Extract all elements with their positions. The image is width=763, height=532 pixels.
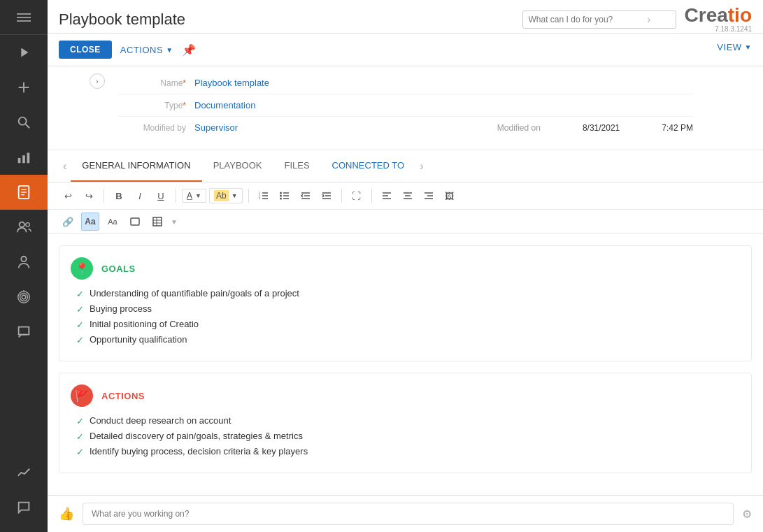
embed-btn[interactable]	[126, 213, 144, 231]
sidebar-item-add[interactable]	[0, 70, 48, 105]
sidebar-item-team[interactable]	[0, 245, 48, 280]
sidebar-item-play[interactable]	[0, 35, 48, 70]
highlight-dropdown[interactable]: Ab ▼	[209, 188, 243, 203]
actions-section-block: 🚩 ACTIONS ✓ Conduct deep research on acc…	[59, 373, 752, 473]
expand-btn[interactable]: ⛶	[348, 187, 366, 205]
modified-by-label: Modified by	[117, 123, 194, 133]
align-right-btn[interactable]	[420, 187, 438, 205]
tab-next-btn[interactable]: ›	[415, 160, 427, 173]
highlight-caret: ▼	[231, 192, 238, 199]
sidebar-item-analytics[interactable]	[0, 455, 48, 490]
actions-button[interactable]: ACTIONS ▼	[120, 45, 173, 55]
actions-icon: 🚩	[71, 384, 93, 407]
main-container: Playbook template › Creatio 7.18.3.1241 …	[48, 0, 763, 532]
view-caret-icon: ▼	[745, 43, 752, 51]
bottom-bar: 👍 ⚙	[48, 495, 763, 532]
link-btn[interactable]: 🔗	[59, 213, 77, 231]
tabs-bar: ‹ GENERAL INFORMATION PLAYBOOK FILES CON…	[48, 150, 763, 182]
svg-point-16	[26, 223, 30, 227]
form-meta: Modified on 8/31/2021 7:42 PM	[497, 123, 693, 133]
svg-rect-49	[131, 218, 139, 225]
actions-label: ACTIONS	[120, 45, 163, 55]
sidebar-item-chat[interactable]	[0, 315, 48, 350]
font-size-btn[interactable]: Aa	[104, 213, 122, 231]
logo-cre: Crea	[685, 4, 728, 26]
goals-item-4: ✓ Opportunity qualification	[71, 334, 740, 345]
tab-playbook[interactable]: PLAYBOOK	[202, 150, 273, 182]
svg-rect-1	[17, 17, 31, 18]
tab-general-information[interactable]: GENERAL INFORMATION	[71, 150, 201, 182]
pin-icon[interactable]: 📌	[182, 43, 196, 57]
goals-item-3: ✓ Initial positioning of Creatio	[71, 319, 740, 330]
font-color-dropdown[interactable]: A ▼	[182, 189, 206, 203]
view-button[interactable]: VIEW ▼	[717, 42, 752, 52]
actions-title: ACTIONS	[101, 391, 145, 401]
goals-item-2: ✓ Buying process	[71, 303, 740, 315]
close-button[interactable]: CLOSE	[59, 41, 112, 59]
sidebar-item-goals[interactable]	[0, 280, 48, 315]
insert-image-btn[interactable]: 🖼	[441, 187, 459, 205]
goals-icon: 📍	[71, 257, 93, 280]
content-area: 📍 GOALS ✓ Understanding of quantifiable …	[48, 234, 763, 495]
unordered-list-btn[interactable]	[276, 187, 294, 205]
redo-btn[interactable]: ↪	[80, 187, 98, 205]
modified-on-label: Modified on	[497, 123, 541, 133]
table-btn[interactable]	[148, 213, 166, 231]
underline-btn[interactable]: U	[152, 187, 170, 205]
logo-atio: tio	[728, 4, 752, 26]
tab-files[interactable]: FILES	[273, 150, 320, 182]
toolbar-sep-2	[176, 189, 176, 203]
sidebar-item-messages[interactable]	[0, 490, 48, 525]
sidebar-item-deals[interactable]	[0, 140, 48, 175]
collapse-sidebar-btn[interactable]: ›	[90, 73, 105, 89]
check-icon-3: ✓	[76, 319, 84, 330]
editor-content[interactable]: 📍 GOALS ✓ Understanding of quantifiable …	[48, 234, 763, 495]
svg-point-15	[20, 222, 24, 227]
search-arrow-icon: ›	[648, 14, 651, 25]
align-left-btn[interactable]	[378, 187, 396, 205]
thumbs-up-btn[interactable]: 👍	[59, 506, 74, 522]
svg-marker-3	[21, 48, 28, 57]
bold-btn[interactable]: B	[110, 187, 128, 205]
goals-section-header: 📍 GOALS	[71, 257, 740, 280]
editor-toolbar-row2: 🔗 Aa Aa ▼	[48, 210, 763, 234]
svg-rect-5	[19, 87, 29, 88]
tab-connected-to[interactable]: CONNECTED TO	[321, 150, 416, 182]
action-bar: CLOSE ACTIONS ▼ 📌 VIEW ▼	[48, 34, 763, 66]
font-color-caret: ▼	[195, 192, 201, 199]
toolbar-sep-4	[341, 189, 342, 203]
tab-prev-btn[interactable]: ‹	[59, 160, 71, 173]
svg-point-20	[22, 295, 26, 299]
page-title: Playbook template	[59, 10, 522, 29]
indent-less-btn[interactable]	[297, 187, 315, 205]
svg-rect-9	[22, 155, 25, 163]
align-center-btn[interactable]	[399, 187, 417, 205]
gear-icon[interactable]: ⚙	[742, 508, 752, 521]
svg-rect-2	[17, 20, 31, 22]
ordered-list-btn[interactable]: 123	[255, 187, 273, 205]
table-dropdown-arrow[interactable]: ▼	[171, 218, 178, 226]
type-value: Documentation	[194, 100, 693, 110]
sidebar-item-playbooks[interactable]	[0, 175, 48, 210]
editor-inner: 📍 GOALS ✓ Understanding of quantifiable …	[48, 234, 763, 495]
modified-on-date: 8/31/2021	[583, 123, 620, 133]
indent-more-btn[interactable]	[318, 187, 336, 205]
sidebar-item-search[interactable]	[0, 105, 48, 140]
form-row-name: Name* Playbook template	[117, 78, 693, 94]
search-input[interactable]	[529, 15, 648, 24]
font-size-active-btn[interactable]: Aa	[81, 213, 99, 231]
svg-point-17	[21, 257, 26, 261]
activity-input[interactable]	[83, 503, 734, 525]
search-bar[interactable]: ›	[522, 10, 676, 29]
undo-btn[interactable]: ↩	[59, 187, 77, 205]
italic-btn[interactable]: I	[131, 187, 149, 205]
sidebar-toggle-btn[interactable]	[0, 0, 48, 35]
goals-title: GOALS	[101, 264, 136, 274]
name-label: Name*	[117, 78, 194, 88]
sidebar-item-contacts[interactable]	[0, 210, 48, 245]
top-bar: Playbook template › Creatio 7.18.3.1241	[48, 0, 763, 34]
svg-point-6	[19, 117, 27, 125]
check-icon-4: ✓	[76, 335, 84, 345]
svg-line-7	[26, 124, 30, 129]
svg-point-19	[20, 294, 28, 301]
